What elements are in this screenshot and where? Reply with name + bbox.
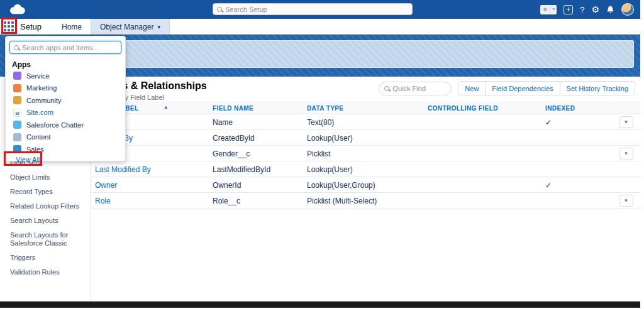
sidebar-item-object-limits[interactable]: Object Limits	[0, 170, 91, 185]
action-button-group: New Field Dependencies Set History Track…	[458, 81, 635, 95]
content-app-icon	[13, 133, 21, 141]
plus-icon: +	[566, 5, 570, 14]
set-history-tracking-button[interactable]: Set History Tracking	[560, 81, 635, 95]
chevron-down-icon: ▾	[552, 7, 555, 12]
data-type-cell: Lookup(User)	[307, 134, 353, 143]
app-item-service[interactable]: Service	[6, 70, 125, 82]
row-actions-menu-button[interactable]: ▾	[619, 195, 633, 207]
global-header: ★ ▾ + ? ⚙	[0, 0, 640, 19]
app-launcher-search	[9, 41, 121, 54]
user-avatar[interactable]	[621, 3, 634, 16]
table-row: Created By CreatedById Lookup(User)	[91, 130, 640, 146]
sidebar-item-search-layouts[interactable]: Search Layouts	[0, 214, 91, 228]
app-item-label: Community	[26, 97, 62, 104]
app-item-label: Service	[26, 72, 50, 80]
chatter-app-icon	[13, 121, 21, 129]
app-item-salesforce-chatter[interactable]: Salesforce Chatter	[6, 119, 125, 131]
app-list: Service Marketing Community si Site.com …	[6, 70, 125, 156]
annotation-box-app-launcher	[1, 18, 17, 34]
tab-object-manager[interactable]: Object Manager ▾	[91, 19, 170, 35]
chevron-down-icon: ▾	[157, 24, 160, 30]
sidebar-item-related-lookup-filters[interactable]: Related Lookup Filters	[0, 199, 91, 214]
bottom-edge-bar	[0, 301, 640, 308]
data-type-cell: Picklist	[307, 149, 330, 158]
app-launcher-search-input[interactable]	[22, 44, 117, 52]
data-type-cell: Lookup(User,Group)	[307, 181, 375, 190]
field-dependencies-button[interactable]: Field Dependencies	[485, 81, 560, 95]
app-item-label: Site.com	[26, 109, 53, 116]
quick-find-input[interactable]	[392, 85, 446, 92]
indexed-checkmark: ✓	[545, 181, 552, 190]
sidebar-item-search-layouts-classic[interactable]: Search Layouts for Salesforce Classic	[0, 228, 91, 251]
app-launcher-panel: Apps Service Marketing Community si Site…	[5, 36, 126, 161]
field-label-link[interactable]: Last Modified By	[95, 165, 151, 174]
field-label-link[interactable]: Owner	[95, 181, 117, 190]
service-app-icon	[13, 72, 21, 80]
search-icon	[384, 86, 389, 91]
bell-icon	[606, 5, 614, 14]
tab-home-label: Home	[62, 23, 82, 31]
fields-relationships-panel: Fields & Relationships Sorted by Field L…	[91, 77, 640, 301]
table-row: Gender Gender__c Picklist ▾	[91, 146, 640, 161]
add-button[interactable]: +	[564, 5, 573, 14]
sidebar-item-record-types[interactable]: Record Types	[0, 185, 91, 199]
field-name-cell: Gender__c	[213, 149, 250, 158]
column-header-data-type[interactable]: DATA TYPE	[302, 105, 423, 112]
column-header-indexed[interactable]: INDEXED	[538, 105, 612, 112]
favorites-button[interactable]: ★ ▾	[540, 5, 557, 14]
field-name-cell: OwnerId	[213, 181, 241, 190]
new-button[interactable]: New	[458, 81, 486, 95]
data-type-cell: Lookup(User)	[307, 165, 353, 174]
marketing-app-icon	[13, 84, 21, 92]
salesforce-setup-window: ★ ▾ + ? ⚙	[0, 0, 644, 309]
indexed-checkmark: ✓	[545, 118, 552, 127]
app-item-community[interactable]: Community	[6, 94, 125, 107]
table-row: Role Role__c Picklist (Multi-Select) ▾	[91, 193, 640, 209]
setup-nav-bar: Setup Home Object Manager ▾	[0, 19, 640, 35]
row-actions-menu-button[interactable]: ▾	[619, 148, 633, 160]
app-item-label: Marketing	[26, 84, 57, 92]
sidebar-item-validation-rules[interactable]: Validation Rules	[0, 265, 91, 279]
quick-find	[379, 82, 452, 95]
field-name-cell: CreatedById	[213, 134, 255, 143]
field-label-link[interactable]: Role	[95, 197, 111, 205]
annotation-box-view-all	[4, 151, 42, 166]
question-icon: ?	[580, 5, 584, 14]
header-actions: ★ ▾ + ? ⚙	[540, 0, 634, 19]
table-row: Name Name Text(80) ✓ ▾	[91, 114, 640, 130]
setup-app-title: Setup	[20, 22, 42, 31]
salesforce-logo-icon	[6, 3, 28, 19]
star-icon: ★	[542, 6, 548, 13]
table-header-row: FIELD LABEL ▲ FIELD NAME DATA TYPE CONTR…	[91, 102, 640, 114]
column-header-field-name[interactable]: FIELD NAME	[208, 105, 302, 112]
tab-home[interactable]: Home	[53, 19, 91, 35]
site-com-app-icon: si	[13, 109, 21, 117]
table-row: Last Modified By LastModifiedById Lookup…	[91, 161, 640, 177]
field-name-cell: Name	[213, 118, 233, 127]
sidebar-item-triggers[interactable]: Triggers	[0, 251, 91, 265]
field-name-cell: Role__c	[213, 197, 240, 205]
app-item-label: Salesforce Chatter	[26, 121, 84, 129]
apps-section-title: Apps	[12, 60, 31, 69]
notifications-button[interactable]	[606, 5, 614, 14]
search-icon	[217, 7, 222, 12]
table-row: Owner OwnerId Lookup(User,Group) ✓	[91, 177, 640, 193]
setup-search	[213, 3, 413, 15]
field-name-cell: LastModifiedById	[213, 165, 270, 174]
row-actions-menu-button[interactable]: ▾	[619, 116, 633, 128]
sort-ascending-icon: ▲	[164, 104, 169, 110]
app-item-marketing[interactable]: Marketing	[6, 82, 125, 95]
list-controls: New Field Dependencies Set History Track…	[379, 81, 635, 95]
fields-table: FIELD LABEL ▲ FIELD NAME DATA TYPE CONTR…	[91, 102, 640, 209]
help-button[interactable]: ?	[580, 6, 584, 14]
gear-icon: ⚙	[591, 4, 599, 14]
search-icon	[14, 45, 19, 50]
setup-search-input[interactable]	[225, 6, 408, 13]
app-item-site-com[interactable]: si Site.com	[6, 107, 125, 119]
app-item-content[interactable]: Content	[6, 131, 125, 144]
tab-object-manager-label: Object Manager	[100, 23, 153, 31]
settings-button[interactable]: ⚙	[591, 5, 599, 14]
column-header-controlling-field[interactable]: CONTROLLING FIELD	[423, 105, 538, 112]
data-type-cell: Text(80)	[307, 118, 334, 127]
data-type-cell: Picklist (Multi-Select)	[307, 197, 377, 205]
